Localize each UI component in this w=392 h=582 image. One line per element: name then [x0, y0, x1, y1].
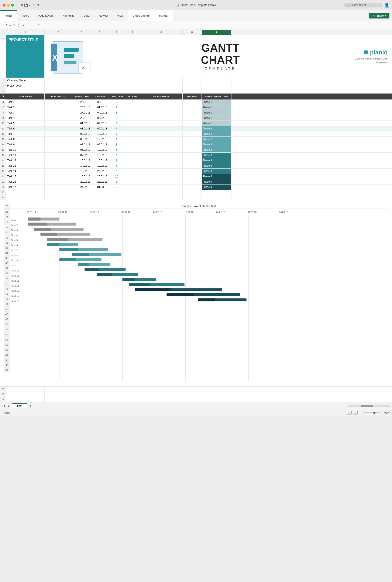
description-cell-12[interactable]: [140, 131, 182, 136]
tab-home[interactable]: Home: [0, 10, 17, 21]
pct-done-cell-12[interactable]: [125, 131, 140, 136]
task-name-cell-18[interactable]: Task 13: [6, 163, 44, 168]
assigned-cell-14[interactable]: [44, 142, 72, 147]
page-layout-view-button[interactable]: ⊟: [353, 411, 358, 415]
prev-sheet-button[interactable]: ◀: [2, 404, 6, 408]
task-name-cell-12[interactable]: Task 7: [6, 131, 44, 136]
more-icon[interactable]: ▼: [37, 4, 40, 7]
task-name-cell-17[interactable]: Task 12: [6, 158, 44, 163]
tab-formulas[interactable]: Formulas: [58, 10, 79, 21]
description-cell-15[interactable]: [140, 147, 182, 152]
pct-done-cell-13[interactable]: [125, 137, 140, 142]
zoom-slider[interactable]: [363, 412, 380, 413]
assigned-cell-10[interactable]: [44, 121, 72, 126]
tab-format[interactable]: Format: [154, 10, 173, 21]
pct-done-cell-11[interactable]: [125, 126, 140, 131]
redo-icon[interactable]: ↪: [33, 4, 36, 7]
priority-cell-22[interactable]: [182, 184, 202, 190]
add-sheet-button[interactable]: +: [28, 403, 33, 408]
assigned-cell-20[interactable]: [44, 174, 72, 179]
description-cell-6[interactable]: [140, 100, 182, 105]
description-cell-18[interactable]: [140, 163, 182, 168]
tab-page-layout[interactable]: Page Layout: [33, 10, 58, 21]
priority-cell-17[interactable]: [182, 158, 202, 163]
priority-cell-19[interactable]: [182, 169, 202, 174]
sheet-tab-sheet1[interactable]: Sheet1: [12, 403, 27, 408]
description-cell-22[interactable]: [140, 184, 182, 190]
col-header-c[interactable]: C: [72, 30, 91, 35]
assigned-cell-13[interactable]: [44, 137, 72, 142]
task-name-cell-16[interactable]: Task 11: [6, 153, 44, 158]
assigned-cell-11[interactable]: [44, 126, 72, 131]
project-lead-cell[interactable]: Project Lead: [6, 83, 44, 88]
tab-review[interactable]: Review: [94, 10, 112, 21]
task-name-cell-20[interactable]: Task 15: [6, 174, 44, 179]
horizontal-scrollbar[interactable]: [348, 405, 390, 407]
task-name-cell-10[interactable]: Task 5: [6, 121, 44, 126]
col-header-a[interactable]: A: [6, 30, 44, 35]
pct-done-cell-20[interactable]: [125, 174, 140, 179]
zoom-in-button[interactable]: +: [382, 411, 383, 415]
pct-done-cell-18[interactable]: [125, 163, 140, 168]
priority-cell-18[interactable]: [182, 163, 202, 168]
pct-done-cell-16[interactable]: [125, 153, 140, 158]
priority-cell-9[interactable]: [182, 115, 202, 121]
maximize-button[interactable]: [11, 4, 14, 7]
priority-cell-10[interactable]: [182, 121, 202, 126]
priority-cell-6[interactable]: [182, 100, 202, 105]
pct-done-cell-17[interactable]: [125, 158, 140, 163]
task-name-cell-6[interactable]: Task 1: [6, 100, 44, 105]
pct-done-cell-19[interactable]: [125, 169, 140, 174]
task-name-cell-14[interactable]: Task 9: [6, 142, 44, 147]
col-header-d[interactable]: D: [91, 30, 108, 35]
task-name-cell-19[interactable]: Task 14: [6, 169, 44, 174]
formula-input[interactable]: [43, 23, 390, 28]
priority-cell-20[interactable]: [182, 174, 202, 179]
next-sheet-button[interactable]: ▶: [7, 404, 11, 408]
pct-done-cell-15[interactable]: [125, 147, 140, 152]
col-header-e[interactable]: E: [108, 30, 125, 35]
description-cell-20[interactable]: [140, 174, 182, 179]
priority-cell-14[interactable]: [182, 142, 202, 147]
task-name-cell-15[interactable]: Task 10: [6, 147, 44, 152]
assigned-cell-18[interactable]: [44, 163, 72, 168]
task-name-cell-13[interactable]: Task 8: [6, 137, 44, 142]
description-cell-19[interactable]: [140, 169, 182, 174]
undo-icon[interactable]: ↩: [29, 4, 32, 7]
task-name-cell-11[interactable]: Task 6: [6, 126, 44, 131]
description-cell-14[interactable]: [140, 142, 182, 147]
priority-cell-15[interactable]: [182, 147, 202, 152]
task-name-cell-9[interactable]: Task 4: [6, 115, 44, 121]
tab-chart-design[interactable]: Chart Design: [128, 10, 154, 21]
assigned-cell-21[interactable]: [44, 179, 72, 184]
search-bar[interactable]: 🔍 Search Sheet: [344, 3, 382, 8]
assigned-cell-22[interactable]: [44, 184, 72, 190]
col-header-g[interactable]: G: [140, 30, 182, 35]
cell-reference[interactable]: [2, 23, 19, 28]
description-cell-10[interactable]: [140, 121, 182, 126]
assigned-cell-19[interactable]: [44, 169, 72, 174]
priority-cell-8[interactable]: [182, 110, 202, 115]
col-header-f[interactable]: F: [125, 30, 140, 35]
task-name-cell-21[interactable]: Task 16: [6, 179, 44, 184]
assigned-cell-17[interactable]: [44, 158, 72, 163]
cancel-formula-button[interactable]: ✕: [20, 23, 26, 29]
assigned-cell-6[interactable]: [44, 100, 72, 105]
minimize-button[interactable]: [7, 4, 10, 7]
assigned-cell-8[interactable]: [44, 110, 72, 115]
description-cell-11[interactable]: [140, 126, 182, 131]
task-name-cell-7[interactable]: Task 2: [6, 105, 44, 110]
share-button[interactable]: 👥 Share ▾: [369, 13, 390, 19]
description-cell-9[interactable]: [140, 115, 182, 121]
assigned-cell-7[interactable]: [44, 105, 72, 110]
assigned-cell-9[interactable]: [44, 115, 72, 121]
pct-done-cell-9[interactable]: [125, 115, 140, 121]
pct-done-cell-6[interactable]: [125, 100, 140, 105]
description-cell-17[interactable]: [140, 158, 182, 163]
close-button[interactable]: [2, 4, 6, 7]
pct-done-cell-10[interactable]: [125, 121, 140, 126]
assigned-cell-12[interactable]: [44, 131, 72, 136]
pct-done-cell-7[interactable]: [125, 105, 140, 110]
pct-done-cell-8[interactable]: [125, 110, 140, 115]
pct-done-cell-21[interactable]: [125, 179, 140, 184]
